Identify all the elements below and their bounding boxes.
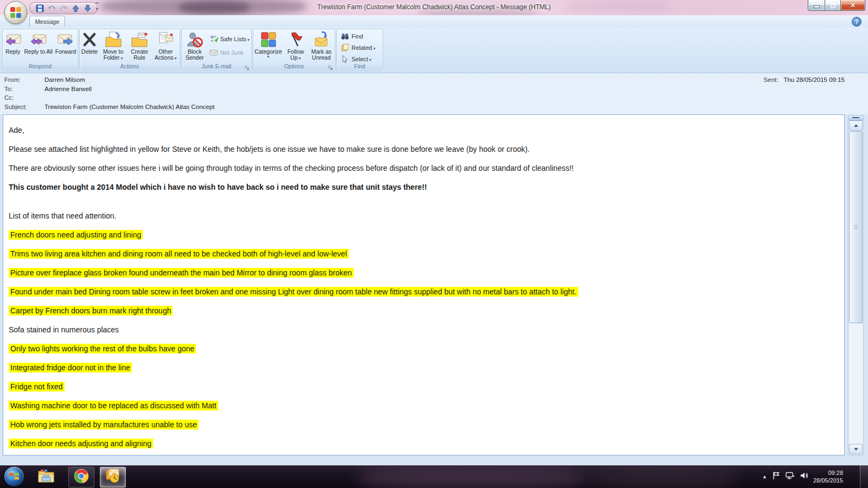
previous-item-icon[interactable] — [71, 4, 80, 12]
group-actions: Delete Move to Folder Create Rule — [79, 29, 180, 71]
minimize-button[interactable] — [808, 0, 825, 11]
scroll-up-icon — [854, 124, 858, 127]
categorize-button[interactable]: Categorize ▾ — [253, 30, 283, 60]
show-desktop-button[interactable] — [860, 465, 868, 488]
highlighted-text: Washing machine door to be replaced as d… — [9, 401, 218, 410]
forward-icon — [57, 31, 74, 48]
follow-up-button[interactable]: Follow Up — [283, 30, 308, 62]
body-paragraph: French doors need adjusting and lining — [9, 225, 844, 244]
highlighted-text: French doors need adjusting and lining — [9, 230, 143, 240]
move-to-folder-button[interactable]: Move to Folder — [99, 30, 127, 62]
tab-message[interactable]: Message — [29, 16, 65, 28]
body-text: There are obviously some other issues he… — [9, 164, 573, 172]
scroll-down-button[interactable] — [849, 444, 863, 454]
body-paragraph: Picture over fireplace glass broken foun… — [9, 263, 844, 282]
highlighted-text: Integrated fridge door not in the line — [9, 363, 132, 373]
screen: Trewiston Farm (Customer Malcolm Chadwic… — [0, 0, 868, 488]
group-caption-find: Find — [337, 63, 382, 70]
find-button[interactable]: Find — [339, 31, 377, 41]
categorize-icon — [260, 31, 277, 48]
reply-icon — [4, 31, 22, 48]
other-actions-button[interactable]: Other Actions — [152, 30, 180, 62]
scrollbar-thumb[interactable] — [849, 131, 863, 323]
close-icon: ✕ — [850, 2, 856, 9]
cc-label: Cc: — [4, 94, 14, 101]
ribbon: Reply Reply to All Forward — [0, 27, 868, 73]
taskbar-glass-blob — [586, 468, 738, 488]
options-dialog-launcher-icon[interactable] — [328, 63, 334, 69]
delete-button[interactable]: Delete — [80, 30, 99, 55]
next-item-icon[interactable] — [83, 4, 92, 12]
reply-button[interactable]: Reply — [3, 30, 23, 55]
action-center-flag-icon[interactable] — [772, 471, 780, 482]
subject-label: Subject: — [4, 104, 27, 110]
scrollbar-grip — [854, 225, 858, 230]
from-label: From: — [4, 76, 21, 83]
from-value[interactable]: Darren Milsom — [44, 76, 85, 83]
to-label: To: — [4, 86, 12, 92]
explorer-taskbar-button[interactable] — [34, 467, 59, 486]
scrollbar-split-handle[interactable] — [848, 115, 863, 120]
to-value[interactable]: Adrienne Barwell — [44, 86, 92, 92]
reply-to-all-button[interactable]: Reply to All — [23, 30, 54, 55]
not-junk-icon — [209, 48, 218, 57]
undo-icon[interactable] — [47, 4, 56, 12]
qat-customize-button[interactable]: ▔▾ — [93, 3, 101, 12]
create-rule-button[interactable]: Create Rule — [127, 30, 151, 61]
restore-icon — [831, 3, 835, 8]
highlighted-text: Found under main bed Dining room table s… — [9, 287, 578, 297]
scroll-down-icon — [854, 448, 858, 451]
vertical-scrollbar[interactable] — [848, 115, 864, 455]
tray-date: 28/05/2015 — [813, 477, 843, 484]
help-button[interactable]: ? — [852, 17, 861, 27]
group-caption-options: Options — [254, 63, 334, 70]
subject-value: Trewiston Farm (Customer Malcolm Chadwic… — [44, 104, 214, 110]
sent-value: Thu 28/05/2015 09:15 — [783, 76, 845, 83]
network-icon[interactable] — [785, 471, 795, 482]
body-paragraph: Please see attached list highlighted in … — [9, 139, 844, 158]
quick-access-toolbar — [29, 2, 98, 14]
block-sender-button[interactable]: Block Sender — [184, 30, 206, 61]
group-junk-email: Block Sender Safe Lists — [181, 29, 252, 71]
office-logo-icon — [10, 7, 22, 18]
windows-logo-icon — [4, 467, 24, 486]
highlighted-text: Hob wrong jets installed by manufactures… — [9, 420, 199, 429]
body-paragraph: Hob wrong jets installed by manufactures… — [9, 415, 844, 434]
not-junk-button[interactable]: Not Junk — [208, 47, 251, 57]
body-paragraph: This customer bought a 2014 Model which … — [9, 177, 844, 196]
related-button[interactable]: Related — [339, 42, 377, 53]
save-icon[interactable] — [35, 4, 44, 12]
message-body[interactable]: Ade,Please see attached list highlighted… — [3, 114, 845, 455]
select-cursor-icon — [341, 55, 349, 63]
mark-as-unread-button[interactable]: Mark as Unread — [308, 30, 335, 61]
group-caption-respond: Respond — [3, 63, 77, 70]
body-paragraph: Sofa stained in numerous places — [9, 320, 844, 339]
tray-clock[interactable]: 09:28 28/05/2015 — [813, 469, 843, 484]
outlook-taskbar-button[interactable] — [100, 467, 126, 487]
group-find: Find Related Select Fi — [336, 29, 383, 71]
other-actions-icon — [157, 31, 174, 48]
volume-icon[interactable] — [800, 471, 808, 482]
junk-dialog-launcher-icon[interactable] — [244, 63, 250, 69]
scroll-up-button[interactable] — [849, 120, 863, 131]
taskbar: ▲ 09:28 28/05/2015 — [0, 465, 868, 488]
outlook-icon — [105, 468, 121, 486]
chrome-taskbar-button[interactable] — [68, 467, 94, 487]
window-title: Trewiston Farm (Customer Malcolm Chadwic… — [0, 3, 868, 11]
restore-button[interactable] — [825, 0, 840, 11]
safe-lists-button[interactable]: Safe Lists — [208, 34, 251, 44]
start-button[interactable] — [3, 467, 25, 486]
taskbar-glass-blob — [358, 467, 586, 488]
tray-expand-button[interactable]: ▲ — [762, 474, 767, 479]
office-button[interactable] — [4, 1, 27, 24]
close-button[interactable]: ✕ — [840, 0, 865, 11]
mark-as-unread-icon — [312, 31, 330, 48]
title-bar: Trewiston Farm (Customer Malcolm Chadwic… — [0, 0, 868, 15]
redo-icon[interactable] — [59, 4, 68, 12]
tray-time: 09:28 — [813, 469, 843, 477]
window-controls: ✕ — [808, 0, 865, 10]
highlighted-text: Fridge not fixed — [9, 382, 65, 391]
forward-button[interactable]: Forward — [54, 30, 78, 55]
body-paragraph: Found under main bed Dining room table s… — [9, 282, 844, 301]
reply-all-icon — [30, 31, 47, 48]
